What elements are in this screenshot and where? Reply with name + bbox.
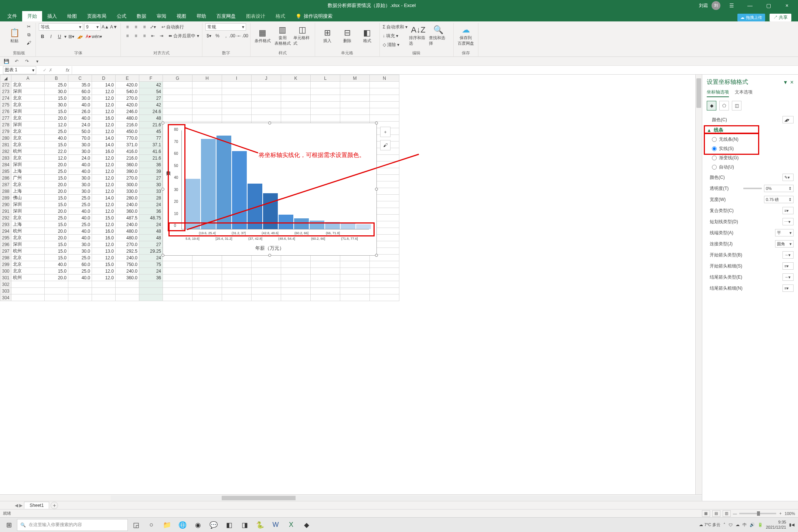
cell[interactable]: 371.0	[116, 141, 139, 148]
join-type[interactable]: 圆角▾	[775, 240, 794, 248]
add-sheet-button[interactable]: +	[51, 502, 58, 509]
cell[interactable]	[281, 82, 311, 88]
row-header[interactable]: 275	[0, 102, 11, 108]
cell[interactable]: 24.6	[139, 108, 163, 115]
cell[interactable]: 36	[139, 161, 163, 168]
cell[interactable]: 330.0	[116, 188, 139, 195]
cell[interactable]	[311, 102, 340, 108]
border-icon[interactable]: ⊞▾	[68, 33, 75, 40]
cell[interactable]: 杭州	[11, 274, 45, 281]
cell[interactable]	[222, 108, 252, 115]
edge-icon[interactable]: 🌐	[175, 518, 190, 532]
cell[interactable]: 北京	[11, 141, 45, 148]
cell[interactable]	[163, 88, 192, 95]
arrow-begin-size[interactable]: ≡▾	[782, 262, 794, 270]
row-header[interactable]: 273	[0, 88, 11, 95]
cell[interactable]: 216.0	[116, 122, 139, 128]
cell[interactable]	[68, 281, 92, 288]
cell[interactable]	[11, 288, 45, 294]
cell[interactable]	[340, 274, 370, 281]
cell[interactable]	[340, 294, 370, 301]
cell[interactable]	[252, 88, 281, 95]
cell[interactable]	[311, 95, 340, 102]
bar[interactable]	[325, 222, 340, 229]
battery-icon[interactable]: 🔋	[758, 522, 763, 527]
pane-options-icon[interactable]: ▾	[784, 79, 787, 85]
cell[interactable]	[370, 82, 399, 88]
cell[interactable]: 20.0	[45, 208, 68, 215]
font-name[interactable]: 等线▾	[39, 23, 83, 31]
cell[interactable]	[222, 294, 252, 301]
cell[interactable]: 30.0	[68, 181, 92, 188]
cell[interactable]: 41.6	[139, 148, 163, 155]
cell[interactable]: 15.0	[92, 215, 116, 221]
cell[interactable]: 360.0	[116, 161, 139, 168]
row-header[interactable]: 304	[0, 294, 11, 301]
arrow-begin-type[interactable]: →▾	[782, 251, 794, 259]
cell[interactable]	[45, 288, 68, 294]
cell[interactable]	[281, 268, 311, 274]
cell[interactable]	[340, 88, 370, 95]
copy-icon[interactable]: ⧉	[25, 31, 33, 38]
cell[interactable]: 24.0	[68, 122, 92, 128]
cell[interactable]	[252, 102, 281, 108]
cell[interactable]	[116, 294, 139, 301]
bar[interactable]	[341, 223, 355, 229]
tab-insert[interactable]: 插入	[42, 11, 62, 21]
align-right-icon[interactable]: ≡	[141, 32, 148, 40]
col-header-F[interactable]: F	[139, 75, 163, 82]
cell[interactable]: 北京	[11, 135, 45, 141]
increase-font-icon[interactable]: A▲	[102, 23, 109, 31]
cell[interactable]: 28	[139, 195, 163, 201]
chart-elements-button[interactable]: ＋	[380, 127, 391, 137]
tab-data[interactable]: 数据	[132, 11, 151, 21]
cell[interactable]: 26.0	[68, 108, 92, 115]
cell[interactable]	[340, 261, 370, 268]
cell[interactable]	[370, 274, 399, 281]
compound-type[interactable]: ≡▾	[782, 207, 794, 214]
cell[interactable]: 30.0	[68, 248, 92, 255]
insert-cells[interactable]: ⊞插入	[318, 23, 337, 48]
python-icon[interactable]: 🐍	[253, 518, 267, 532]
cell[interactable]: 20.0	[45, 235, 68, 241]
cell[interactable]	[116, 288, 139, 294]
horizontal-scrollbar[interactable]	[0, 494, 702, 501]
cell[interactable]: 12.0	[92, 155, 116, 161]
zoom-out[interactable]: —	[733, 511, 737, 516]
fx-icon[interactable]: fx	[64, 68, 72, 73]
cell[interactable]: 48.75	[139, 215, 163, 221]
cell[interactable]	[370, 102, 399, 108]
font-size[interactable]: 9▾	[84, 23, 100, 31]
clear[interactable]: ◇ 清除 ▾	[383, 41, 407, 49]
cell[interactable]	[311, 274, 340, 281]
cell[interactable]: 14.0	[92, 141, 116, 148]
opt-no-line[interactable]: 无线条(N)	[707, 135, 794, 144]
row-header[interactable]: 294	[0, 228, 11, 235]
tray-cloud-icon[interactable]: ☁	[736, 522, 740, 527]
cell[interactable]	[163, 261, 192, 268]
row-header[interactable]: 303	[0, 288, 11, 294]
col-header-G[interactable]: G	[163, 75, 192, 82]
cell[interactable]: 30.0	[68, 141, 92, 148]
cell[interactable]: 北京	[11, 128, 45, 135]
cell[interactable]	[252, 108, 281, 115]
row-header[interactable]: 279	[0, 128, 11, 135]
cell[interactable]: 北京	[11, 115, 45, 122]
cell[interactable]: 30.0	[68, 188, 92, 195]
col-header-A[interactable]: A	[11, 75, 45, 82]
cell[interactable]: 240.0	[116, 268, 139, 274]
cell[interactable]	[163, 102, 192, 108]
font-color-icon[interactable]: A▾	[85, 33, 92, 40]
cell[interactable]: 42	[139, 82, 163, 88]
cell[interactable]	[192, 268, 222, 274]
cell[interactable]: 12.0	[92, 181, 116, 188]
cell[interactable]: 16.0	[92, 148, 116, 155]
view-normal-icon[interactable]: ▦	[702, 510, 710, 517]
cell[interactable]: 20.0	[45, 161, 68, 168]
cell[interactable]: 246.0	[116, 108, 139, 115]
tab-view[interactable]: 视图	[171, 11, 191, 21]
opt-solid-line[interactable]: 实线(S)	[707, 144, 794, 153]
cell[interactable]	[311, 268, 340, 274]
cell[interactable]	[68, 288, 92, 294]
cell[interactable]	[192, 281, 222, 288]
